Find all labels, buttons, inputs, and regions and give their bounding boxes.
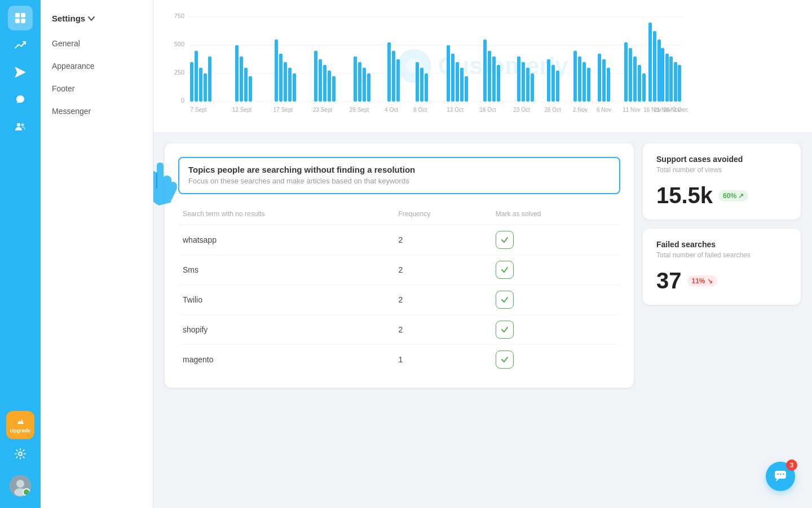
frequency-cell: 2	[394, 225, 491, 255]
svg-marker-4	[15, 67, 25, 77]
col-header-frequency: Frequency	[394, 205, 491, 225]
col-header-term: Search term with no results	[178, 205, 394, 225]
svg-rect-42	[367, 73, 370, 102]
svg-text:6 Nov: 6 Nov	[597, 107, 611, 113]
mark-solved-button[interactable]	[496, 231, 514, 249]
main-content: Customerly 750 500 250 0	[153, 0, 812, 508]
svg-rect-32	[288, 68, 292, 102]
search-table-card: Topics people are searching without find…	[165, 143, 634, 388]
svg-rect-105	[780, 474, 782, 475]
svg-rect-24	[208, 56, 211, 102]
upgrade-button[interactable]: Upgrade	[6, 411, 34, 439]
support-value-number: 15.5k	[656, 183, 713, 208]
svg-text:28 Oct: 28 Oct	[544, 107, 561, 113]
table-row: whatsapp 2	[178, 225, 620, 255]
chart-svg-wrap: 750 500 250 0	[170, 11, 795, 126]
solved-cell	[491, 285, 620, 315]
svg-rect-74	[633, 56, 637, 102]
svg-rect-3	[21, 19, 25, 23]
svg-text:500: 500	[174, 41, 184, 47]
svg-rect-77	[648, 23, 652, 102]
solved-cell	[491, 225, 620, 255]
upgrade-label: Upgrade	[10, 428, 31, 433]
svg-rect-20	[190, 62, 193, 102]
svg-point-7	[19, 452, 22, 456]
icon-sidebar: Upgrade	[0, 0, 41, 508]
svg-rect-75	[638, 65, 641, 102]
mark-solved-button[interactable]	[496, 321, 514, 339]
settings-nav-button[interactable]	[8, 441, 33, 466]
term-cell: Sms	[178, 255, 394, 285]
frequency-cell: 2	[394, 255, 491, 285]
svg-rect-41	[363, 68, 366, 102]
svg-rect-44	[392, 51, 395, 102]
svg-rect-53	[465, 76, 468, 102]
sidebar-item-general[interactable]: General	[41, 32, 153, 55]
feedback-nav-button[interactable]	[8, 87, 33, 112]
svg-rect-59	[522, 62, 525, 102]
mark-solved-button[interactable]	[496, 291, 514, 309]
sidebar-item-appearance[interactable]: Appearance	[41, 55, 153, 77]
users-nav-button[interactable]	[8, 114, 33, 139]
settings-header[interactable]: Settings	[41, 9, 153, 32]
mark-solved-button[interactable]	[496, 351, 514, 369]
card-highlight-subtitle: Focus on these searches and make article…	[188, 177, 610, 185]
svg-rect-28	[249, 76, 252, 102]
analytics-nav-button[interactable]	[8, 33, 33, 58]
term-cell: magento	[178, 345, 394, 375]
svg-rect-68	[587, 68, 590, 102]
svg-rect-51	[456, 62, 459, 102]
svg-rect-22	[199, 68, 202, 102]
chevron-down-icon	[87, 15, 95, 23]
svg-rect-78	[653, 31, 656, 102]
svg-text:18 Oct: 18 Oct	[479, 107, 496, 113]
svg-rect-73	[629, 48, 632, 102]
svg-rect-81	[665, 54, 669, 102]
solved-cell	[491, 255, 620, 285]
svg-rect-63	[551, 65, 555, 102]
svg-text:23 Oct: 23 Oct	[513, 107, 530, 113]
svg-rect-55	[488, 51, 491, 102]
svg-text:12 Sept: 12 Sept	[232, 107, 252, 113]
hand-cursor-decoration	[153, 160, 182, 219]
svg-text:23 Sept: 23 Sept	[313, 107, 333, 113]
svg-text:2 Dec: 2 Dec	[673, 107, 688, 113]
svg-text:17 Sept: 17 Sept	[273, 107, 293, 113]
svg-rect-76	[642, 73, 646, 102]
svg-point-6	[21, 124, 24, 126]
table-row: Sms 2	[178, 255, 620, 285]
bar-chart: 750 500 250 0	[170, 11, 689, 124]
chat-bubble-button[interactable]: 3	[766, 462, 795, 491]
search-table: Search term with no results Frequency Ma…	[178, 205, 620, 374]
svg-rect-65	[573, 51, 577, 102]
grid-nav-button[interactable]	[8, 6, 33, 30]
svg-rect-40	[358, 62, 361, 102]
svg-rect-52	[460, 68, 464, 102]
svg-text:11 Nov: 11 Nov	[623, 107, 641, 113]
failed-badge: 11% ↘	[687, 275, 717, 287]
frequency-cell: 1	[394, 345, 491, 375]
svg-text:7 Sept: 7 Sept	[191, 107, 207, 113]
svg-rect-84	[678, 65, 681, 102]
svg-rect-54	[483, 40, 487, 102]
svg-rect-2	[15, 19, 20, 23]
stats-column: Support cases avoided Total number of vi…	[643, 143, 801, 388]
send-nav-button[interactable]	[8, 60, 33, 85]
svg-rect-30	[279, 54, 283, 102]
failed-card: Failed searches Total number of failed s…	[643, 229, 801, 305]
sidebar-item-footer[interactable]: Footer	[41, 77, 153, 100]
svg-rect-58	[517, 56, 520, 102]
svg-rect-60	[526, 68, 529, 102]
table-row: Twilio 2	[178, 285, 620, 315]
svg-rect-21	[195, 51, 198, 102]
svg-rect-47	[420, 68, 423, 102]
svg-text:13 Oct: 13 Oct	[447, 107, 464, 113]
bottom-section: Topics people are searching without find…	[153, 132, 812, 399]
sidebar-item-messenger[interactable]: Messenger	[41, 100, 153, 122]
svg-rect-56	[492, 56, 496, 102]
svg-point-9	[16, 480, 24, 488]
svg-rect-106	[783, 474, 784, 475]
svg-rect-104	[777, 474, 779, 475]
user-avatar[interactable]	[10, 475, 31, 497]
mark-solved-button[interactable]	[496, 261, 514, 279]
